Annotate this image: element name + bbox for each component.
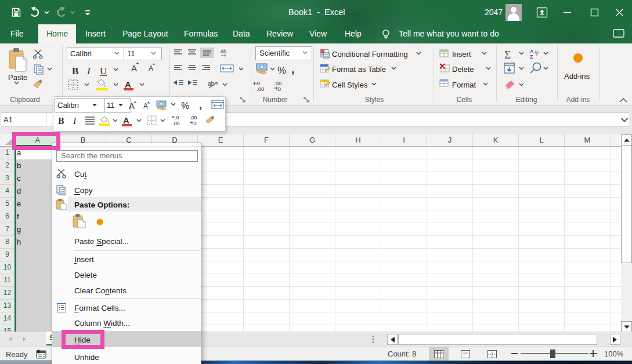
svg-text:A: A <box>131 63 137 73</box>
svg-text:B: B <box>72 65 78 77</box>
svg-text:.00: .00 <box>190 115 197 121</box>
svg-text:A: A <box>123 115 129 125</box>
svg-text:A: A <box>125 79 131 89</box>
svg-text:A: A <box>129 101 135 111</box>
svg-text:B: B <box>58 116 64 126</box>
svg-text:.0: .0 <box>192 121 197 126</box>
svg-text:U: U <box>100 65 107 77</box>
svg-text:.0: .0 <box>175 115 179 121</box>
svg-text:I: I <box>73 116 77 126</box>
svg-text:Z: Z <box>530 54 533 60</box>
svg-text:,: , <box>291 63 294 75</box>
svg-text:,: , <box>199 99 202 111</box>
svg-text:ab: ab <box>221 49 226 54</box>
svg-text:Σ: Σ <box>504 49 511 61</box>
svg-text:.00: .00 <box>172 121 180 126</box>
svg-text:%: % <box>181 101 189 111</box>
svg-text:ab: ab <box>208 81 215 87</box>
svg-text:A: A <box>149 64 153 72</box>
svg-text:.00: .00 <box>257 86 264 92</box>
svg-text:%: % <box>277 65 286 76</box>
svg-text:I: I <box>86 65 91 77</box>
